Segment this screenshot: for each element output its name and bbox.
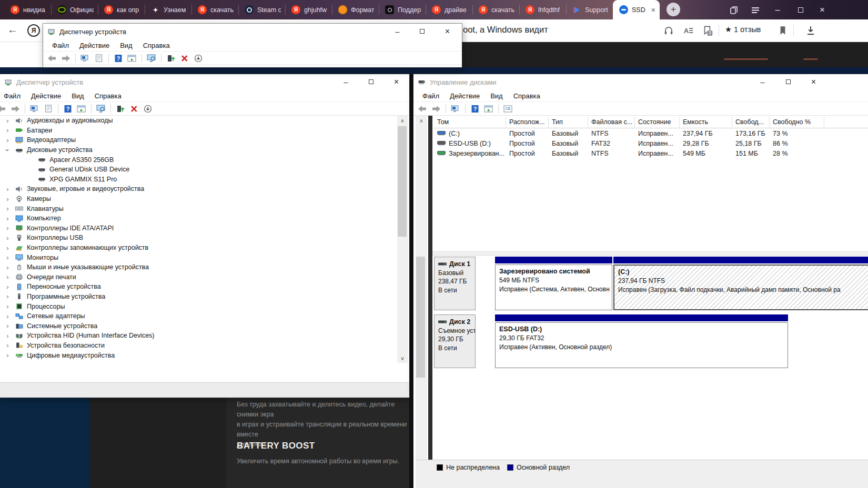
- tree-item[interactable]: ›Звуковые, игровые и видеоустройства: [0, 184, 397, 194]
- tree-item[interactable]: ›Системные устройства: [0, 321, 397, 331]
- monitor-search-icon[interactable]: [95, 104, 107, 114]
- titlebar[interactable]: Диспетчер устройств – ×: [43, 24, 462, 40]
- volume-row[interactable]: (C:)ПростойБазовыйNTFSИсправен...237,94 …: [434, 128, 824, 138]
- tree-scrollbar[interactable]: ∧ ∨: [397, 116, 408, 363]
- headphones-icon[interactable]: [663, 25, 674, 36]
- scan-devices-icon[interactable]: [193, 54, 204, 63]
- chevron-collapsed-icon[interactable]: ›: [4, 215, 11, 222]
- menu-item-справка[interactable]: Справка: [509, 91, 545, 101]
- browser-tab[interactable]: Формат: [332, 0, 379, 19]
- download-icon[interactable]: [805, 25, 816, 36]
- tree-item[interactable]: XPG GAMMIX S11 Pro: [0, 175, 397, 185]
- chevron-collapsed-icon[interactable]: ›: [4, 234, 11, 242]
- scroll-up-icon[interactable]: ∧: [416, 116, 427, 125]
- minimize-button[interactable]: –: [386, 24, 409, 39]
- tree-item[interactable]: ›Цифровые медиаустройства: [0, 350, 397, 360]
- menu-item-файл[interactable]: Файл: [418, 91, 444, 101]
- browser-tab[interactable]: Поддер: [379, 0, 426, 19]
- chevron-collapsed-icon[interactable]: ›: [4, 302, 11, 310]
- chevron-collapsed-icon[interactable]: ›: [4, 312, 11, 320]
- scroll-thumb[interactable]: [416, 257, 425, 378]
- menu-item-файл[interactable]: Файл: [0, 91, 25, 101]
- details-icon[interactable]: [502, 104, 514, 114]
- tree-item[interactable]: ›Устройства HID (Human Interface Devices…: [0, 331, 397, 341]
- scroll-up-icon[interactable]: ∧: [397, 116, 408, 125]
- collections-icon[interactable]: 3: [702, 25, 713, 36]
- chevron-collapsed-icon[interactable]: ›: [4, 185, 11, 193]
- browser-tab[interactable]: Support: [566, 0, 613, 19]
- browser-back-icon[interactable]: ←: [7, 24, 18, 36]
- update-driver-icon[interactable]: [115, 104, 126, 114]
- forward-arrow-icon[interactable]: [430, 104, 442, 114]
- column-header-4[interactable]: Файловая с...: [588, 117, 635, 128]
- column-header-2[interactable]: Располож...: [506, 117, 549, 128]
- chevron-collapsed-icon[interactable]: ›: [4, 283, 11, 291]
- browser-maximize-button[interactable]: [793, 0, 809, 19]
- tree-item[interactable]: ›Контроллеры запоминающих устройств: [0, 243, 397, 253]
- menu-item-файл[interactable]: Файл: [47, 40, 74, 50]
- chevron-collapsed-icon[interactable]: ›: [4, 253, 11, 261]
- chevron-collapsed-icon[interactable]: ›: [4, 136, 11, 144]
- disk-label[interactable]: Диск 1Базовый238,47 ГБВ сети: [434, 257, 476, 310]
- tree-item[interactable]: ›Контроллеры IDE ATA/ATAPI: [0, 223, 397, 233]
- partition-body[interactable]: ESD-USB (D:)29,30 ГБ FAT32Исправен (Акти…: [495, 322, 788, 368]
- tree-item[interactable]: ›Переносные устройства: [0, 282, 397, 292]
- column-header-7[interactable]: Свобод...: [732, 117, 770, 128]
- browser-minimize-button[interactable]: –: [770, 0, 785, 19]
- tree-item[interactable]: ›Батареи: [0, 126, 397, 136]
- help-icon[interactable]: ?: [469, 104, 481, 114]
- browser-tab[interactable]: Янвидиа: [4, 0, 51, 19]
- column-header-8[interactable]: Свободно %: [770, 117, 824, 128]
- pane-splitter[interactable]: [428, 116, 432, 475]
- properties-icon[interactable]: [43, 104, 54, 114]
- update-driver-icon[interactable]: [165, 54, 177, 63]
- chevron-collapsed-icon[interactable]: ›: [4, 292, 11, 300]
- tree-item[interactable]: ›Аудиовходы и аудиовыходы: [0, 116, 397, 126]
- browser-tab[interactable]: SSD×: [613, 0, 660, 19]
- scroll-thumb[interactable]: [398, 126, 407, 237]
- close-button[interactable]: ×: [385, 74, 408, 89]
- titlebar[interactable]: Управление дисками – ×: [413, 74, 868, 90]
- column-header-6[interactable]: Емкость: [680, 117, 732, 128]
- maximize-button[interactable]: [776, 74, 800, 89]
- chevron-collapsed-icon[interactable]: ›: [4, 195, 11, 203]
- volume-row[interactable]: Зарезервирован...ПростойБазовыйNTFSИспра…: [434, 148, 824, 158]
- browser-tab[interactable]: Яскачать: [472, 0, 519, 19]
- scan-devices-icon[interactable]: [142, 104, 154, 114]
- tree-item[interactable]: General UDisk USB Device: [0, 165, 397, 175]
- browser-tab[interactable]: Яскачать: [191, 0, 238, 19]
- help-icon[interactable]: ?: [62, 104, 74, 114]
- tree-item[interactable]: ›Камеры: [0, 194, 397, 204]
- tree-item[interactable]: ›Дисковые устройства: [0, 145, 397, 155]
- monitor-search-icon[interactable]: [146, 54, 157, 63]
- tree-item[interactable]: ›Мыши и иные указывающие устройства: [0, 262, 397, 272]
- menu-item-вид[interactable]: Вид: [486, 91, 508, 101]
- yandex-logo-icon[interactable]: Я: [27, 24, 40, 37]
- side-panels-icon[interactable]: [726, 0, 742, 19]
- tree-item[interactable]: ›Устройства безопасности: [0, 341, 397, 351]
- new-tab-button[interactable]: +: [667, 3, 680, 16]
- menu-item-справка[interactable]: Справка: [138, 40, 175, 50]
- menu-item-вид[interactable]: Вид: [115, 40, 137, 50]
- browser-tab[interactable]: Официа: [51, 0, 98, 19]
- minimize-button[interactable]: –: [751, 74, 774, 89]
- chevron-collapsed-icon[interactable]: ›: [4, 244, 11, 252]
- uninstall-icon[interactable]: [128, 104, 140, 114]
- column-header-3[interactable]: Тип: [549, 117, 588, 128]
- tree-item[interactable]: ›Видеоадаптеры: [0, 135, 397, 145]
- chevron-collapsed-icon[interactable]: ›: [4, 205, 11, 212]
- pane-divider[interactable]: [432, 251, 868, 256]
- window-play-icon[interactable]: [76, 104, 87, 114]
- forward-arrow-icon[interactable]: [9, 104, 21, 114]
- tree-item[interactable]: ›Клавиатуры: [0, 204, 397, 214]
- close-button[interactable]: ×: [802, 74, 825, 89]
- partition[interactable]: ESD-USB (D:)29,30 ГБ FAT32Исправен (Акти…: [495, 314, 788, 368]
- back-arrow-icon[interactable]: [417, 104, 428, 114]
- browser-tab[interactable]: Steam c: [238, 0, 285, 19]
- minimize-button[interactable]: –: [334, 74, 358, 89]
- reader-mode-icon[interactable]: A: [683, 25, 694, 36]
- review-rating[interactable]: ★ 1 отзыв: [725, 25, 761, 34]
- volume-row[interactable]: ESD-USB (D:)ПростойБазовыйFAT32Исправен.…: [434, 138, 824, 148]
- tree-item[interactable]: ›Очереди печати: [0, 272, 397, 282]
- console-scrollbar[interactable]: ∧: [416, 116, 427, 475]
